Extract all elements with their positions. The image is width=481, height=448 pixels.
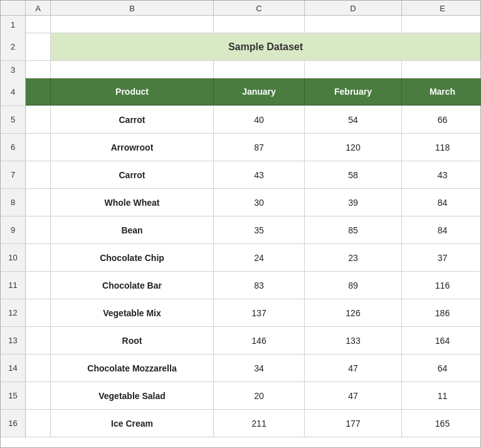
cell-b3 [51,61,214,78]
cell-a1 [26,16,51,33]
row-num-3: 3 [1,61,26,78]
cell-mar-11: 165 [402,410,481,437]
cell-product-7: Vegetable Mix [51,299,214,326]
row-num-8: 8 [1,189,26,216]
cell-feb-7: 126 [305,299,402,326]
header-march: March [402,78,481,105]
table-body: 5 Carrot 40 54 66 6 Arrowroot 87 120 118… [1,106,480,437]
title-cell: Sample Dataset [51,33,480,60]
cell-b1 [51,16,214,33]
cell-d1 [305,16,402,33]
cell-a13 [26,327,51,354]
cell-jan-3: 30 [214,189,305,216]
row-2: 2 Sample Dataset [1,33,480,61]
cell-a11 [26,272,51,299]
cell-product-2: Carrot [51,161,214,188]
table-row: 13 Root 146 133 164 [1,327,480,355]
cell-product-8: Root [51,327,214,354]
row-num-15: 15 [1,382,26,409]
cell-feb-0: 54 [305,106,402,133]
cell-mar-5: 37 [402,244,481,271]
cell-a7 [26,161,51,188]
row-num-1: 1 [1,16,26,33]
table-header-row: 4 Product January February March [1,78,480,106]
cell-product-9: Chocolate Mozzarella [51,355,214,381]
spreadsheet: A B C D E 1 2 Sample Dataset 3 [0,0,481,448]
cell-e3 [402,61,481,78]
cell-a6 [26,134,51,161]
cell-a4 [26,78,51,105]
row-num-4: 4 [1,78,26,105]
cell-product-5: Chocolate Chip [51,244,214,271]
corner-cell [1,1,26,15]
cell-product-10: Vegetable Salad [51,382,214,409]
row-num-6: 6 [1,134,26,161]
row-num-14: 14 [1,355,26,381]
cell-mar-3: 84 [402,189,481,216]
row-1: 1 [1,16,480,33]
cell-a16 [26,410,51,437]
row-3: 3 [1,61,480,78]
cell-mar-2: 43 [402,161,481,188]
col-header-b: B [51,1,214,16]
row-num-10: 10 [1,244,26,271]
row-num-12: 12 [1,299,26,326]
cell-a14 [26,355,51,381]
cell-mar-4: 84 [402,216,481,243]
cell-a10 [26,244,51,271]
cell-feb-11: 177 [305,410,402,437]
cell-mar-10: 11 [402,382,481,409]
cell-jan-9: 34 [214,355,305,381]
cell-product-1: Arrowroot [51,134,214,161]
cell-mar-7: 186 [402,299,481,326]
cell-a3 [26,61,51,78]
cell-jan-4: 35 [214,216,305,243]
sheet-body: 1 2 Sample Dataset 3 4 [1,16,480,447]
cell-feb-6: 89 [305,272,402,299]
cell-a8 [26,189,51,216]
cell-feb-2: 58 [305,161,402,188]
cell-feb-4: 85 [305,216,402,243]
row-num-9: 9 [1,216,26,243]
table-row: 16 Ice Cream 211 177 165 [1,410,480,437]
cell-mar-0: 66 [402,106,481,133]
table-row: 8 Whole Wheat 30 39 84 [1,189,480,216]
cell-jan-2: 43 [214,161,305,188]
col-header-d: D [305,1,402,16]
row-num-13: 13 [1,327,26,354]
table-row: 12 Vegetable Mix 137 126 186 [1,299,480,327]
cell-a5 [26,106,51,133]
cell-product-4: Bean [51,216,214,243]
cell-jan-10: 20 [214,382,305,409]
cell-product-3: Whole Wheat [51,189,214,216]
cell-jan-11: 211 [214,410,305,437]
cell-jan-0: 40 [214,106,305,133]
cell-feb-10: 47 [305,382,402,409]
cell-feb-5: 23 [305,244,402,271]
table-row: 6 Arrowroot 87 120 118 [1,134,480,161]
cell-a2 [26,33,51,60]
header-february: February [305,78,402,105]
row-num-2: 2 [1,33,26,60]
cell-product-11: Ice Cream [51,410,214,437]
col-header-a: A [26,1,51,16]
col-header-e: E [402,1,481,16]
cell-jan-8: 146 [214,327,305,354]
cell-product-0: Carrot [51,106,214,133]
cell-mar-8: 164 [402,327,481,354]
col-header-c: C [214,1,305,16]
cell-jan-6: 83 [214,272,305,299]
cell-feb-9: 47 [305,355,402,381]
cell-mar-9: 64 [402,355,481,381]
cell-product-6: Chocolate Bar [51,272,214,299]
cell-mar-6: 116 [402,272,481,299]
cell-jan-5: 24 [214,244,305,271]
table-row: 5 Carrot 40 54 66 [1,106,480,134]
table-row: 11 Chocolate Bar 83 89 116 [1,272,480,299]
cell-mar-1: 118 [402,134,481,161]
cell-feb-8: 133 [305,327,402,354]
dataset-title: Sample Dataset [228,41,303,53]
cell-feb-1: 120 [305,134,402,161]
cell-c3 [214,61,305,78]
header-january: January [214,78,305,105]
